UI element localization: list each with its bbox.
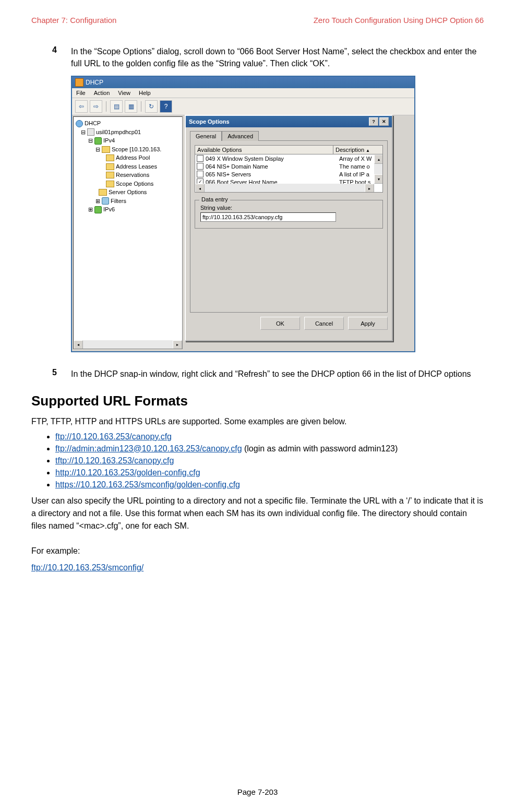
tree-server-options[interactable]: Server Options [109,188,147,197]
server-icon [87,128,94,136]
col-description[interactable]: Description ▲ [333,146,382,154]
menu-view[interactable]: View [118,90,130,96]
mmc-window-title: DHCP [86,79,103,86]
list-item: tftp://10.120.163.253/canopy.cfg [55,456,484,465]
section-heading: Supported URL Formats [31,393,484,409]
menu-action[interactable]: Action [94,90,110,96]
topic-label: Zero Touch Configuration Using DHCP Opti… [314,16,484,25]
scroll-left-icon[interactable]: ◂ [74,340,83,349]
example-label: For example: [31,545,484,557]
list-item[interactable]: 064 NIS+ Domain NameThe name o [195,162,382,170]
scroll-up-icon[interactable]: ▴ [374,154,383,164]
back-button[interactable]: ⇦ [75,100,88,113]
folder-icon [99,189,107,196]
tree-scope[interactable]: Scope [10.120.163. [112,145,161,154]
url-list: ftp://10.120.163.253/canopy.cfg ftp://ad… [31,432,484,489]
mmc-menubar: File Action View Help [72,88,414,98]
string-value-input[interactable] [200,212,336,222]
tree-server[interactable]: usil01pmpdhcp01 [96,128,141,137]
apply-button[interactable]: Apply [348,317,388,330]
ipv4-icon [94,137,102,145]
example-url-link[interactable]: ftp://10.120.163.253/smconfig/ [31,563,143,572]
list-item[interactable]: 049 X Window System DisplayArray of X W [195,154,382,162]
folder-icon [106,163,114,170]
list-h-scrollbar[interactable]: ◂▸ [195,184,374,192]
data-entry-group: Data entry String value: [195,200,383,229]
dhcp-app-icon [75,78,83,87]
dialog-title: Scope Options [189,118,230,125]
checkbox[interactable] [197,155,203,162]
scroll-right-icon[interactable]: ▸ [173,340,182,349]
url-link[interactable]: tftp://10.120.163.253/canopy.cfg [55,456,174,465]
url-link[interactable]: https://10.120.163.253/smconfig/golden-c… [55,480,240,489]
groupbox-legend: Data entry [199,196,230,202]
url-link[interactable]: ftp://admin:admin123@10.120.163.253/cano… [55,444,242,453]
tree-scope-options[interactable]: Scope Options [116,180,153,188]
dhcp-screenshot: DHCP File Action View Help ⇦ ⇨ ▤ ▦ ↻ ? D… [71,76,415,352]
tree-filters[interactable]: Filters [111,197,126,206]
dhcp-tree[interactable]: DHCP ⊟usil01pmpdhcp01 ⊟IPv4 ⊟Scope [10.1… [73,116,183,349]
tree-dhcp-root[interactable]: DHCP [85,119,101,128]
step-5-number: 5 [52,368,71,380]
filters-icon [102,197,109,205]
dhcp-root-icon [76,120,83,127]
tree-addr-pool[interactable]: Address Pool [116,153,150,162]
tree-h-scrollbar[interactable]: ◂ ▸ [74,340,182,349]
list-item: http://10.120.163.253/golden-config.cfg [55,468,484,477]
directory-paragraph: User can also specify the URL pointing t… [31,495,484,532]
checkbox[interactable] [197,171,203,177]
step-4-number: 4 [52,45,71,69]
folder-icon [106,181,114,187]
folder-icon [106,172,114,178]
refresh-button[interactable]: ↻ [145,100,158,113]
string-value-label: String value: [200,205,377,211]
mmc-window-titlebar: DHCP [72,77,414,88]
tree-ipv4[interactable]: IPv4 [103,136,115,145]
url-note: (login as admin with password admin123) [242,444,398,453]
ok-button[interactable]: OK [260,317,300,330]
list-item[interactable]: 065 NIS+ ServersA list of IP a [195,170,382,178]
menu-file[interactable]: File [76,90,86,96]
options-list[interactable]: 049 X Window System DisplayArray of X W … [195,154,383,193]
dialog-close-button[interactable]: ✕ [379,117,389,126]
tree-ipv6[interactable]: IPv6 [103,205,115,214]
forward-button[interactable]: ⇨ [90,100,102,113]
list-item: ftp://10.120.163.253/canopy.cfg [55,432,484,441]
options-list-header: Available Options Description ▲ [195,145,383,154]
page-number: Page 7-203 [0,787,515,796]
scope-folder-icon [102,146,110,153]
ipv6-icon [94,206,102,213]
scroll-right-icon[interactable]: ▸ [365,184,374,193]
col-available-options[interactable]: Available Options [195,146,333,154]
tab-general[interactable]: General [190,131,222,141]
cancel-button[interactable]: Cancel [304,317,344,330]
url-link[interactable]: ftp://10.120.163.253/canopy.cfg [55,432,172,441]
tab-advanced[interactable]: Advanced [222,131,259,141]
step-5-text: In the DHCP snap-in window, right click … [71,368,471,380]
folder-icon [106,154,114,161]
scroll-down-icon[interactable]: ▾ [374,174,383,184]
list-v-scrollbar[interactable]: ▴▾ [374,154,382,184]
scope-options-dialog: Scope Options ? ✕ General Advanced Avail… [185,115,393,341]
properties-button[interactable]: ▦ [125,100,137,113]
help-button[interactable]: ? [160,100,172,113]
mmc-toolbar: ⇦ ⇨ ▤ ▦ ↻ ? [72,98,414,115]
list-item: https://10.120.163.253/smconfig/golden-c… [55,480,484,489]
chapter-label: Chapter 7: Configuration [31,16,116,25]
url-link[interactable]: http://10.120.163.253/golden-config.cfg [55,468,200,477]
list-item: ftp://admin:admin123@10.120.163.253/cano… [55,444,484,453]
scroll-left-icon[interactable]: ◂ [195,184,205,193]
tree-reservations[interactable]: Reservations [116,171,149,180]
checkbox[interactable] [197,163,203,170]
tree-addr-leases[interactable]: Address Leases [116,162,157,171]
intro-paragraph: FTP, TFTP, HTTP and HTTPS URLs are suppo… [31,415,484,428]
up-button[interactable]: ▤ [110,100,123,113]
dialog-help-button[interactable]: ? [369,117,378,126]
step-4-text: In the “Scope Options” dialog, scroll do… [71,45,484,69]
menu-help[interactable]: Help [139,90,151,96]
